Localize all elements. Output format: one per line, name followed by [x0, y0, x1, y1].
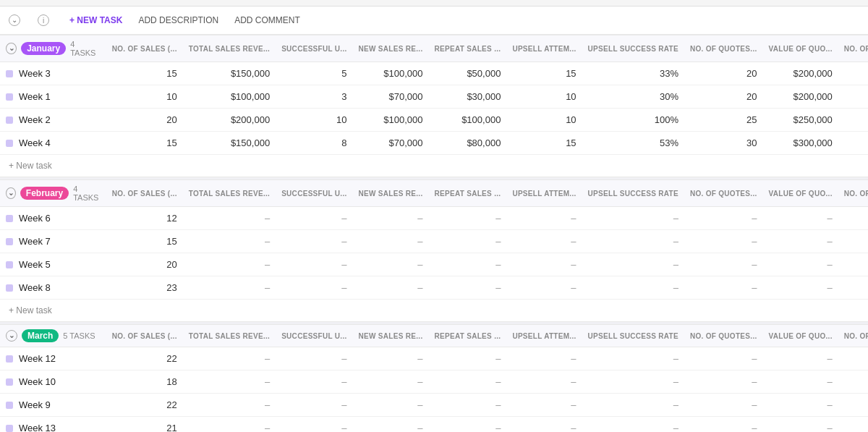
- task-name: Week 1: [19, 91, 51, 102]
- cell-sales_num: 23: [106, 276, 183, 300]
- cell-upsell_rate: 53%: [582, 132, 684, 155]
- cell-upsell_attem: –: [506, 253, 582, 276]
- task-color-dot: [6, 425, 13, 432]
- cell-quotes_val: $200,000: [763, 85, 838, 109]
- cell-sales_rev: $100,000: [183, 85, 276, 109]
- group-chevron-february[interactable]: ⌄: [6, 187, 16, 199]
- group-chevron-january[interactable]: ⌄: [6, 43, 17, 54]
- col-header-sales_num: NO. OF SALES (...: [106, 180, 183, 207]
- col-header-successful_u: SUCCESSFUL U...: [276, 180, 352, 207]
- task-name: Week 2: [19, 114, 51, 125]
- cell-sales_num: 12: [106, 207, 183, 230]
- cell-sales_rev: $150,000: [183, 132, 276, 155]
- cell-quotes_val: –: [763, 370, 838, 394]
- new-task-row-february: + New task: [0, 300, 868, 322]
- col-header-new_sales_re: NEW SALES RE...: [353, 180, 429, 207]
- task-color-dot: [6, 355, 13, 363]
- cell-repeat_sales: –: [429, 417, 507, 433]
- cell-upsell_rate: –: [582, 417, 684, 433]
- cell-upsell_rate: –: [582, 276, 684, 300]
- cell-new_sales_re: –: [353, 347, 429, 370]
- cell-repeat_sales: –: [429, 276, 507, 300]
- new-task-button-february[interactable]: + New task: [6, 304, 55, 317]
- new-task-button[interactable]: + NEW TASK: [64, 12, 128, 28]
- header: ⌄ i + NEW TASK ADD DESCRIPTION ADD COMME…: [0, 7, 868, 35]
- cell-upsell_rate: 30%: [582, 85, 684, 109]
- task-name: Week 6: [19, 213, 51, 224]
- cell-new_sales_re: –: [353, 370, 429, 394]
- cell-repeat_sales: –: [429, 394, 507, 417]
- chevron-down-icon[interactable]: ⌄: [9, 14, 20, 26]
- cell-upsell_rate: –: [582, 230, 684, 253]
- cell-upsell_attem: –: [506, 417, 582, 433]
- cell-upsell_rate: –: [582, 207, 684, 230]
- col-header-quotes_num: NO. OF QUOTES...: [684, 325, 763, 347]
- col-header-sales_rev: TOTAL SALES REVE...: [183, 180, 276, 207]
- cell-repeat_sales: –: [429, 230, 507, 253]
- col-header-sales_rev: TOTAL SALES REVE...: [183, 35, 276, 62]
- top-bar: [0, 0, 868, 7]
- cell-upsell_attem: –: [506, 347, 582, 370]
- cell-quotes_num: –: [684, 394, 763, 417]
- group-chevron-march[interactable]: ⌄: [6, 330, 17, 342]
- cell-quotes_num: –: [684, 253, 763, 276]
- cell-repeat_sales: –: [429, 370, 507, 394]
- cell-upsell_rate: 33%: [582, 62, 684, 85]
- cell-quotes_val: –: [763, 394, 838, 417]
- task-name: Week 13: [19, 423, 56, 432]
- cell-sales_num: 15: [106, 62, 183, 85]
- cell-upsell_attem: 15: [506, 62, 582, 85]
- cell-upsell_attem: 10: [506, 109, 582, 132]
- col-header-pro: NO. OF PRO: [838, 325, 868, 347]
- cell-sales_num: 15: [106, 230, 183, 253]
- cell-pro: 15: [838, 62, 868, 85]
- col-header-new_sales_re: NEW SALES RE...: [353, 325, 429, 347]
- table-row: Week 12 22–––––––––: [0, 347, 868, 370]
- task-name: Week 12: [19, 353, 56, 364]
- cell-quotes_val: –: [763, 207, 838, 230]
- cell-pro: –: [838, 276, 868, 300]
- cell-pro: –: [838, 207, 868, 230]
- col-header-sales_rev: TOTAL SALES REVE...: [183, 325, 276, 347]
- cell-pro: –: [838, 370, 868, 394]
- cell-upsell_attem: 10: [506, 85, 582, 109]
- group-badge-february: February: [20, 187, 69, 200]
- col-header-upsell_attem: UPSELL ATTEM...: [506, 325, 582, 347]
- cell-quotes_num: 30: [684, 132, 763, 155]
- cell-upsell_attem: –: [506, 207, 582, 230]
- cell-pro: 10: [838, 85, 868, 109]
- add-description-button[interactable]: ADD DESCRIPTION: [132, 12, 224, 28]
- new-task-button-january[interactable]: + New task: [6, 159, 55, 172]
- cell-pro: –: [838, 253, 868, 276]
- cell-quotes_num: 25: [684, 109, 763, 132]
- add-comment-button[interactable]: ADD COMMENT: [229, 12, 306, 28]
- col-header-repeat_sales: REPEAT SALES ...: [429, 180, 507, 207]
- cell-new_sales_re: –: [353, 253, 429, 276]
- cell-pro: –: [838, 417, 868, 433]
- task-color-dot: [6, 140, 13, 147]
- cell-quotes_num: –: [684, 207, 763, 230]
- col-header-upsell_rate: UPSELL SUCCESS RATE: [582, 325, 684, 347]
- table-row: Week 8 23–––––––––: [0, 276, 868, 300]
- cell-sales_rev: $150,000: [183, 62, 276, 85]
- cell-pro: –: [838, 347, 868, 370]
- cell-successful_u: –: [276, 347, 352, 370]
- table-row: Week 3 15$150,0005$100,000$50,0001533%20…: [0, 62, 868, 85]
- cell-sales_rev: $200,000: [183, 109, 276, 132]
- group-header-march: ⌄ March 5 TASKS NO. OF SALES (...TOTAL S…: [0, 325, 868, 347]
- cell-sales_num: 22: [106, 394, 183, 417]
- cell-sales_num: 18: [106, 370, 183, 394]
- cell-upsell_rate: –: [582, 253, 684, 276]
- info-icon[interactable]: i: [38, 14, 49, 26]
- cell-new_sales_re: –: [353, 417, 429, 433]
- task-color-dot: [6, 117, 13, 124]
- table-row: Week 7 15–––––––––: [0, 230, 868, 253]
- cell-successful_u: –: [276, 253, 352, 276]
- col-header-quotes_val: VALUE OF QUO...: [763, 35, 838, 62]
- table-row: Week 10 18–––––––––: [0, 370, 868, 394]
- table-row: Week 1 10$100,0003$70,000$30,0001030%20$…: [0, 85, 868, 109]
- task-name: Week 10: [19, 376, 56, 387]
- cell-repeat_sales: $30,000: [429, 85, 507, 109]
- cell-successful_u: –: [276, 276, 352, 300]
- cell-sales_num: 10: [106, 85, 183, 109]
